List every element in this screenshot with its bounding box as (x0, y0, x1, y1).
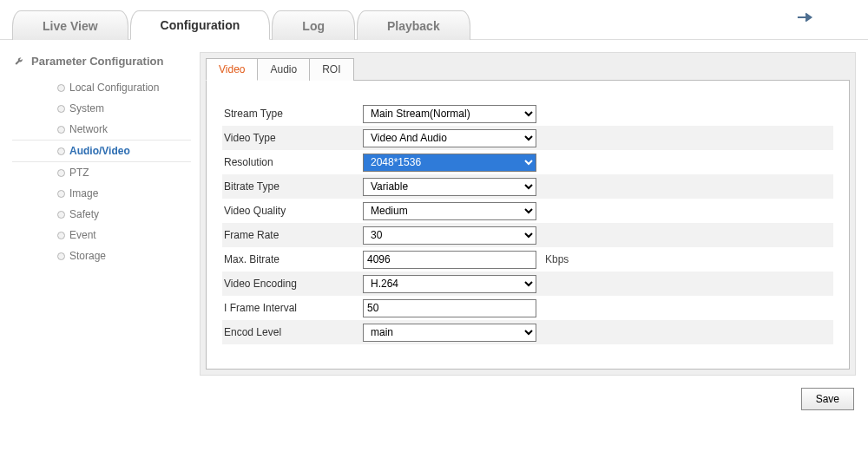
bullet-icon (57, 126, 65, 134)
save-row: Save (200, 376, 856, 410)
select-encod-level[interactable]: main (363, 324, 536, 342)
sidebar-item-label: Audio/Video (69, 145, 130, 157)
row-frame-rate: Frame Rate 30 (222, 223, 833, 247)
tab-live-view-label: Live View (43, 19, 98, 33)
label-video-quality: Video Quality (222, 205, 363, 217)
bullet-icon (57, 147, 65, 155)
sidebar-item-label: Safety (69, 208, 99, 220)
sidebar-item-image[interactable]: Image (12, 183, 191, 204)
logout-arrow-icon[interactable] (797, 10, 816, 27)
subtab-label: ROI (322, 63, 340, 75)
select-video-encoding[interactable]: H.264 (363, 275, 536, 293)
sidebar-item-label: Image (69, 187, 98, 200)
label-iframe-interval: I Frame Interval (222, 302, 363, 314)
select-video-quality[interactable]: Medium (363, 202, 536, 220)
main-content: Parameter Configuration Local Configurat… (0, 40, 868, 422)
label-video-encoding: Video Encoding (222, 278, 363, 290)
label-max-bitrate: Max. Bitrate (222, 253, 363, 265)
form-area: Stream Type Main Stream(Normal) Video Ty… (206, 80, 850, 370)
row-video-type: Video Type Video And Audio (222, 126, 833, 150)
sidebar-item-safety[interactable]: Safety (12, 204, 191, 225)
sidebar-item-audio-video[interactable]: Audio/Video (12, 140, 191, 162)
tab-live-view[interactable]: Live View (12, 10, 128, 40)
tab-log-label: Log (302, 19, 325, 33)
bullet-icon (57, 232, 65, 239)
sidebar-title: Parameter Configuration (31, 55, 163, 68)
sidebar-item-system[interactable]: System (12, 98, 191, 119)
row-max-bitrate: Max. Bitrate Kbps (222, 247, 833, 272)
row-resolution: Resolution 2048*1536 (222, 150, 833, 174)
sidebar-item-label: System (69, 102, 104, 114)
tab-playback[interactable]: Playback (357, 10, 470, 40)
sidebar-item-label: Event (69, 229, 96, 241)
row-iframe-interval: I Frame Interval (222, 296, 833, 320)
sidebar-item-local-configuration[interactable]: Local Configuration (12, 77, 191, 98)
row-stream-type: Stream Type Main Stream(Normal) (222, 101, 833, 126)
sub-tabs: Video Audio ROI (206, 58, 850, 81)
label-encod-level: Encod Level (222, 326, 363, 338)
select-resolution[interactable]: 2048*1536 (363, 154, 536, 172)
bullet-icon (57, 84, 65, 92)
input-iframe-interval[interactable] (363, 299, 536, 317)
tab-playback-label: Playback (387, 19, 440, 33)
sidebar-item-label: Local Configuration (69, 82, 159, 94)
bullet-icon (57, 169, 65, 177)
sidebar-item-label: Network (69, 123, 108, 135)
select-bitrate-type[interactable]: Variable (363, 178, 536, 196)
label-bitrate-type: Bitrate Type (222, 180, 363, 193)
sidebar-item-ptz[interactable]: PTZ (12, 162, 191, 183)
label-video-type: Video Type (222, 132, 363, 144)
subtab-roi[interactable]: ROI (309, 58, 353, 81)
sidebar-header: Parameter Configuration (12, 52, 191, 77)
save-button[interactable]: Save (801, 388, 854, 410)
subtab-label: Audio (270, 63, 297, 75)
subtab-video[interactable]: Video (206, 58, 258, 81)
input-max-bitrate[interactable] (363, 251, 536, 269)
select-frame-rate[interactable]: 30 (363, 226, 536, 245)
top-nav: Live View Configuration Log Playback (0, 0, 868, 40)
sidebar-item-label: PTZ (69, 167, 89, 179)
bullet-icon (57, 211, 65, 219)
subtab-label: Video (219, 63, 245, 75)
wrench-icon (14, 54, 26, 69)
config-panel: Video Audio ROI Stream Type Main Stream(… (200, 52, 856, 376)
sidebar-item-label: Storage (69, 250, 106, 262)
row-video-encoding: Video Encoding H.264 (222, 272, 833, 296)
label-frame-rate: Frame Rate (222, 229, 363, 241)
select-stream-type[interactable]: Main Stream(Normal) (363, 105, 536, 123)
subtab-audio[interactable]: Audio (257, 58, 310, 81)
row-bitrate-type: Bitrate Type Variable (222, 174, 833, 199)
bullet-icon (57, 105, 65, 113)
sidebar: Parameter Configuration Local Configurat… (12, 52, 191, 410)
sidebar-item-event[interactable]: Event (12, 225, 191, 245)
sidebar-item-storage[interactable]: Storage (12, 245, 191, 266)
select-video-type[interactable]: Video And Audio (363, 129, 536, 147)
row-encod-level: Encod Level main (222, 320, 833, 344)
sidebar-item-network[interactable]: Network (12, 119, 191, 140)
bullet-icon (57, 190, 65, 198)
label-resolution: Resolution (222, 156, 363, 168)
tab-configuration[interactable]: Configuration (130, 10, 271, 40)
bullet-icon (57, 252, 65, 260)
tab-configuration-label: Configuration (161, 18, 240, 32)
row-video-quality: Video Quality Medium (222, 199, 833, 223)
label-stream-type: Stream Type (222, 108, 363, 120)
unit-kbps: Kbps (536, 253, 569, 265)
tab-log[interactable]: Log (272, 10, 355, 40)
